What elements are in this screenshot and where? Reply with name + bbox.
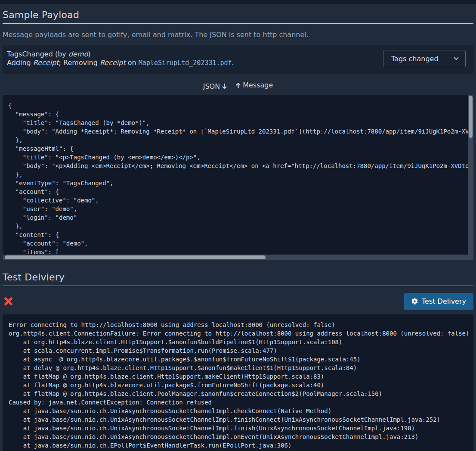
event-body-part: . — [232, 59, 234, 67]
test-delivery-heading: Test Delviery — [3, 271, 473, 286]
event-body-tag: Receipt — [33, 59, 59, 67]
horizontal-scrollbar-thumb[interactable] — [5, 255, 266, 259]
event-body-tag: Receipt — [100, 59, 126, 67]
top-divider — [0, 0, 476, 4]
notification-settings-page: Sample Payload Message payloads are sent… — [0, 9, 476, 451]
json-payload-text: { "message": { "title": "TagsChanged (by… — [3, 95, 473, 254]
test-delivery-button[interactable]: Test Delivery — [404, 293, 473, 310]
message-view-label: Message — [243, 81, 273, 89]
event-preview-panel: TagsChanged (by demo) Adding Receipt; Re… — [3, 45, 473, 74]
event-type-select[interactable]: Tags changed — [383, 50, 466, 67]
payload-view-toggle: JSON Message — [3, 81, 473, 90]
test-delivery-button-label: Test Delivery — [422, 297, 466, 305]
event-title-line: TagsChanged (by demo) — [7, 50, 234, 59]
event-body-part: Adding — [7, 59, 33, 67]
arrow-down-icon — [222, 83, 227, 90]
error-log-text: Error connecting to http://localhost:800… — [3, 314, 473, 451]
horizontal-scrollbar[interactable] — [3, 255, 473, 260]
event-title-part: TagsChanged (by — [7, 50, 68, 58]
sample-payload-heading: Sample Payload — [3, 9, 473, 24]
gear-icon — [411, 298, 418, 305]
event-title-user: demo — [68, 50, 88, 58]
json-view-label: JSON — [203, 83, 220, 90]
chevron-down-icon — [453, 56, 459, 62]
error-log-block: Error connecting to http://localhost:800… — [3, 314, 473, 451]
test-delivery-section: Test Delviery Test Delivery Error connec… — [3, 271, 473, 451]
event-type-select-value: Tags changed — [391, 55, 439, 63]
json-payload-block: { "message": { "title": "TagsChanged (by… — [3, 95, 473, 260]
arrow-up-icon — [235, 82, 241, 89]
test-delivery-toolbar: Test Delivery — [3, 293, 473, 310]
error-x-icon — [3, 296, 13, 306]
vertical-scrollbar-thumb[interactable] — [469, 96, 473, 138]
sample-payload-section: Sample Payload Message payloads are sent… — [3, 9, 473, 260]
event-body-part: ; Removing — [59, 59, 100, 67]
json-view-link[interactable]: JSON — [203, 83, 227, 90]
sample-payload-description: Message payloads are sent to gotify, ema… — [3, 31, 473, 39]
vertical-scrollbar[interactable] — [468, 95, 473, 255]
item-file-link[interactable]: MapleSirupLtd_202331.pdf — [139, 59, 232, 67]
event-title-part: ) — [88, 50, 90, 58]
event-body-part: on — [126, 59, 139, 67]
event-preview-text: TagsChanged (by demo) Adding Receipt; Re… — [7, 50, 234, 67]
event-body-line: Adding Receipt; Removing Receipt on Mapl… — [7, 59, 234, 67]
message-view-link[interactable]: Message — [235, 81, 273, 89]
